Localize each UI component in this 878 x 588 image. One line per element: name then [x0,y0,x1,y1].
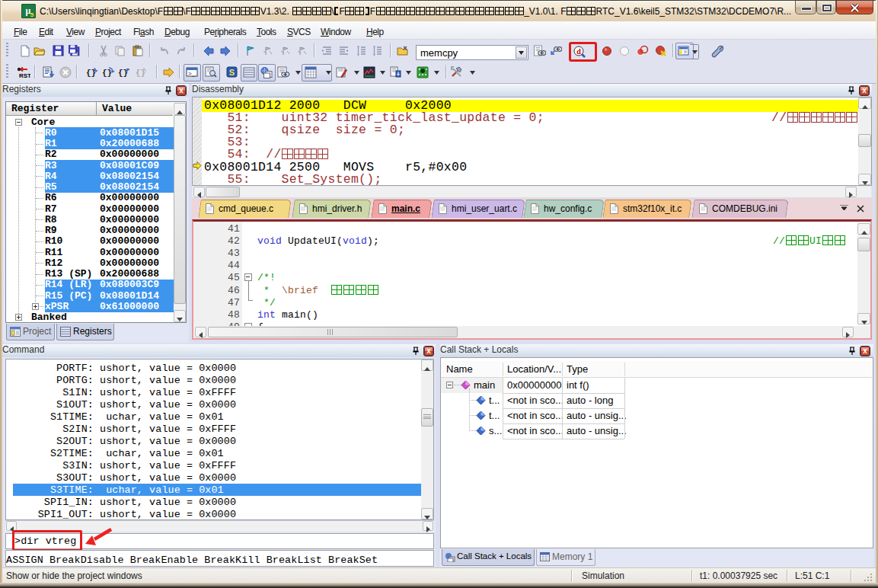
svg-text:d: d [576,47,581,56]
svg-text:S: S [229,68,235,77]
svg-text:>_: >_ [188,70,196,77]
svg-text:5: 5 [30,11,34,18]
svg-text:{}: {} [136,69,145,78]
svg-text:RST: RST [19,72,30,78]
svg-text:{}: {} [102,69,112,78]
